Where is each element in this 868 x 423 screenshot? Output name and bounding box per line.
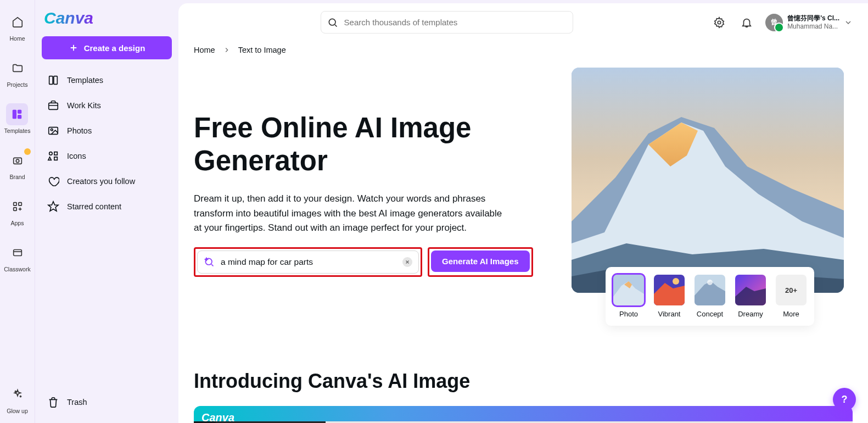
sidebar-item-photos[interactable]: Photos xyxy=(42,119,172,143)
prompt-highlight-input xyxy=(194,247,422,277)
rail-apps-label: Apps xyxy=(11,220,24,226)
breadcrumb-home[interactable]: Home xyxy=(194,46,215,54)
style-label: Photo xyxy=(619,310,638,318)
style-strip: Photo Vibrant Concept Dreamy 20+ More xyxy=(606,267,814,326)
style-item-dreamy[interactable]: Dreamy xyxy=(735,275,766,318)
generate-button[interactable]: Generate AI Images xyxy=(431,251,530,272)
sidebar-item-trash[interactable]: Trash xyxy=(42,390,172,414)
home-icon xyxy=(12,16,24,28)
rail-glowup-label: Glow up xyxy=(7,408,28,414)
svg-point-4 xyxy=(16,159,19,163)
classwork-icon xyxy=(12,247,24,259)
sidebar-item-label: Templates xyxy=(67,76,103,85)
svg-point-14 xyxy=(49,152,53,155)
svg-rect-11 xyxy=(49,103,58,109)
notifications-button[interactable] xyxy=(738,14,755,31)
svg-rect-2 xyxy=(18,115,21,119)
breadcrumb-current: Text to Image xyxy=(238,46,286,54)
sidebar-item-workkits[interactable]: Work Kits xyxy=(42,93,172,118)
prompt-row: Generate AI Images xyxy=(194,247,545,277)
chevron-right-icon xyxy=(223,46,231,54)
main-content: 曾 曾憶芬同學's Cl... Muhammad Na... Home Text… xyxy=(178,3,868,423)
shapes-icon xyxy=(47,150,59,162)
style-thumb-dreamy xyxy=(735,275,766,305)
style-item-vibrant[interactable]: Vibrant xyxy=(654,275,685,318)
breadcrumb: Home Text to Image xyxy=(178,41,868,68)
hero: Free Online AI Image Generator Dream it … xyxy=(178,68,868,293)
bell-icon xyxy=(741,16,753,29)
hero-image xyxy=(572,68,844,293)
close-icon xyxy=(405,259,410,265)
search-box xyxy=(321,11,573,34)
sidebar-item-creators[interactable]: Creators you follow xyxy=(42,169,172,193)
hero-description: Dream it up, then add it to your design.… xyxy=(194,192,512,235)
prompt-input[interactable] xyxy=(197,251,419,274)
plus-icon xyxy=(69,43,79,53)
top-icons: 曾 曾憶芬同學's Cl... Muhammad Na... xyxy=(710,14,853,31)
prompt-highlight-button: Generate AI Images xyxy=(428,247,533,277)
svg-point-13 xyxy=(51,129,53,131)
rail-templates-label: Templates xyxy=(4,127,31,134)
svg-rect-3 xyxy=(13,158,21,164)
rail-glowup[interactable]: Glow up xyxy=(7,383,29,414)
style-thumb-concept xyxy=(695,275,725,305)
page-title: Free Online AI Image Generator xyxy=(194,112,545,177)
templates-icon xyxy=(11,108,23,120)
sidebar-links: Templates Work Kits Photos Icons Creator… xyxy=(42,68,172,219)
rail-home-label: Home xyxy=(9,35,25,42)
sidebar-item-label: Work Kits xyxy=(67,101,101,110)
rail-templates[interactable]: Templates xyxy=(4,103,31,134)
svg-rect-12 xyxy=(49,127,58,135)
style-item-photo[interactable]: Photo xyxy=(613,275,644,318)
style-thumb-vibrant xyxy=(654,275,685,305)
style-label: Vibrant xyxy=(658,310,681,318)
settings-button[interactable] xyxy=(710,14,728,31)
sidebar-item-label: Icons xyxy=(67,152,86,160)
photo-icon xyxy=(47,125,59,137)
sidebar-item-label: Creators you follow xyxy=(67,177,135,186)
style-more-count: 20+ xyxy=(776,275,807,305)
left-rail: Home Projects Templates Brand Apps Class… xyxy=(0,0,35,423)
rail-classwork-label: Classwork xyxy=(4,266,30,272)
clear-input-button[interactable] xyxy=(402,257,412,267)
style-thumb-photo xyxy=(613,275,644,305)
heart-icon xyxy=(47,175,59,187)
sidebar-item-starred[interactable]: Starred content xyxy=(42,194,172,219)
user-text: 曾憶芬同學's Cl... Muhammad Na... xyxy=(787,14,839,30)
svg-rect-7 xyxy=(13,208,16,211)
svg-point-16 xyxy=(718,21,721,24)
sparkle-icon xyxy=(12,388,24,400)
rail-apps[interactable]: Apps xyxy=(7,196,29,226)
gear-icon xyxy=(713,16,725,29)
svg-point-23 xyxy=(707,280,713,285)
briefcase-icon xyxy=(47,99,59,112)
mountain-illustration xyxy=(572,68,844,293)
help-button[interactable]: ? xyxy=(833,388,856,411)
avatar: 曾 xyxy=(765,14,783,31)
star-icon xyxy=(47,201,59,213)
trash-icon xyxy=(47,396,59,408)
folder-icon xyxy=(12,62,24,74)
sidebar-item-icons[interactable]: Icons xyxy=(42,144,172,168)
rail-projects[interactable]: Projects xyxy=(7,57,29,88)
rail-projects-label: Projects xyxy=(7,81,28,88)
style-item-concept[interactable]: Concept xyxy=(695,275,725,318)
user-line1: 曾憶芬同學's Cl... xyxy=(787,14,839,22)
rail-classwork[interactable]: Classwork xyxy=(4,242,30,272)
chevron-down-icon xyxy=(844,18,853,27)
brand-icon xyxy=(12,154,24,166)
sidebar-item-label: Trash xyxy=(67,398,87,407)
search-input[interactable] xyxy=(321,11,573,34)
style-label: Concept xyxy=(697,310,723,318)
hero-right: Photo Vibrant Concept Dreamy 20+ More xyxy=(572,68,844,293)
topbar: 曾 曾憶芬同學's Cl... Muhammad Na... xyxy=(178,3,868,41)
create-design-button[interactable]: Create a design xyxy=(42,36,172,59)
rail-home[interactable]: Home xyxy=(7,11,29,42)
rail-brand[interactable]: Brand xyxy=(7,149,29,180)
user-menu[interactable]: 曾 曾憶芬同學's Cl... Muhammad Na... xyxy=(765,14,853,31)
style-item-more[interactable]: 20+ More xyxy=(776,275,807,318)
sidebar-item-templates[interactable]: Templates xyxy=(42,68,172,92)
logo[interactable]: Canva xyxy=(42,9,172,27)
svg-rect-0 xyxy=(13,110,16,119)
svg-rect-1 xyxy=(18,110,21,114)
